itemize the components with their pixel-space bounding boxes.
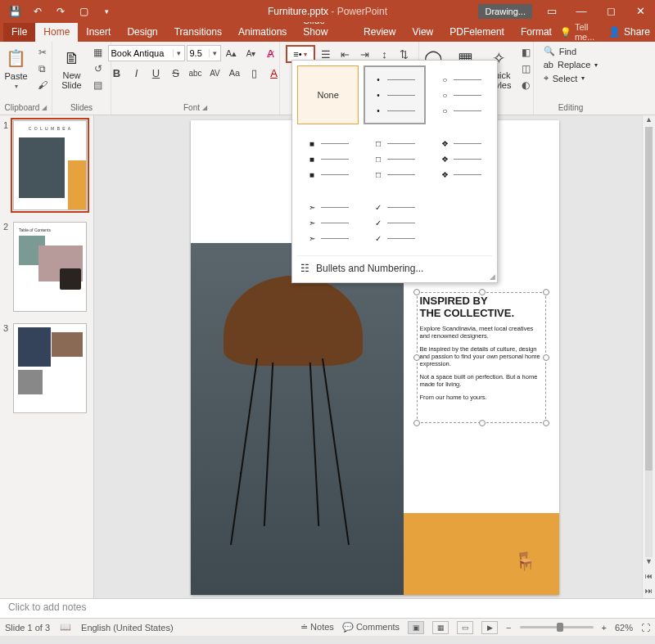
menu-resize-grip-icon[interactable]: ◢ <box>490 272 495 281</box>
language-indicator[interactable]: English (United States) <box>81 623 174 633</box>
scroll-thumb[interactable] <box>645 127 653 471</box>
fit-to-window-button[interactable]: ⛶ <box>641 623 650 633</box>
normal-view-button[interactable]: ▣ <box>408 621 424 634</box>
slide-indicator[interactable]: Slide 1 of 3 <box>5 623 50 633</box>
highlight-button[interactable]: ▯ <box>246 65 264 81</box>
tab-insert[interactable]: Insert <box>78 23 119 42</box>
sorter-view-button[interactable]: ▦ <box>432 621 449 634</box>
vertical-scrollbar[interactable]: ▲ ▼ ⏮ ⏭ <box>642 115 655 598</box>
redo-icon[interactable]: ↷ <box>51 2 70 20</box>
font-size-combo[interactable]: ▾ <box>187 45 221 61</box>
bullets-and-numbering-item[interactable]: ☷ Bullets and Numbering... <box>297 255 492 277</box>
select-button[interactable]: ⌖Select▾ <box>542 72 587 84</box>
resize-handle[interactable] <box>413 289 420 295</box>
bullet-option-square[interactable]: ■■■ <box>297 129 359 188</box>
bullet-option-check[interactable]: ✓✓✓ <box>364 193 425 252</box>
comments-toggle[interactable]: 💬 Comments <box>342 622 400 633</box>
reading-view-button[interactable]: ▭ <box>457 621 473 634</box>
decrease-font-icon[interactable]: A▾ <box>242 45 260 61</box>
slide-thumbnail-2[interactable]: Table of Contents <box>13 222 87 312</box>
tab-view[interactable]: View <box>404 23 441 42</box>
copy-icon[interactable]: ⧉ <box>34 61 51 76</box>
tell-me[interactable]: 💡Tell me... <box>560 22 600 42</box>
notes-pane[interactable]: Click to add notes <box>0 598 655 618</box>
start-from-beginning-icon[interactable]: ▢ <box>74 2 93 20</box>
chevron-down-icon[interactable]: ▾ <box>209 49 220 57</box>
character-spacing-button[interactable]: AV <box>206 65 224 81</box>
tab-format[interactable]: Format <box>513 23 560 42</box>
text-shadow-button[interactable]: abc <box>187 65 205 81</box>
ribbon-options-icon[interactable]: ▭ <box>537 0 567 22</box>
close-icon[interactable]: ✕ <box>626 0 655 22</box>
bullet-option-arrow[interactable]: ➣➣➣ <box>297 193 359 252</box>
zoom-slider[interactable] <box>520 626 594 628</box>
shape-fill-icon[interactable]: ◧ <box>517 45 534 60</box>
shape-effects-icon[interactable]: ◐ <box>517 78 534 92</box>
minimize-icon[interactable]: — <box>567 0 596 22</box>
contextual-tab-label[interactable]: Drawing... <box>478 4 532 19</box>
italic-button[interactable]: I <box>128 65 146 81</box>
bullet-option-diamond[interactable]: ❖❖❖ <box>431 129 492 188</box>
maximize-icon[interactable]: ◻ <box>596 0 626 22</box>
next-slide-icon[interactable]: ⏭ <box>643 587 655 598</box>
zoom-slider-thumb[interactable] <box>557 623 563 632</box>
cut-icon[interactable]: ✂ <box>34 45 51 60</box>
zoom-in-button[interactable]: + <box>602 623 607 633</box>
chevron-down-icon[interactable]: ▾ <box>173 49 184 57</box>
clear-formatting-icon[interactable]: A̷ <box>262 45 280 61</box>
tab-home[interactable]: Home <box>35 23 78 42</box>
scroll-down-icon[interactable]: ▼ <box>643 557 655 569</box>
strikethrough-button[interactable]: S <box>167 65 185 81</box>
content-textbox[interactable]: INSPIRED BY THE COLLECTIVE. Explore Scan… <box>420 295 543 406</box>
slide-thumbnail-1[interactable]: C O L U M B E A <box>13 120 87 210</box>
layout-icon[interactable]: ▦ <box>90 45 106 60</box>
share-icon: 👤 <box>608 26 621 38</box>
qat-customize-icon[interactable]: ▾ <box>97 2 116 20</box>
change-case-button[interactable]: Aa <box>226 65 244 81</box>
share-button[interactable]: 👤Share <box>608 26 650 38</box>
dialog-launcher-icon[interactable]: ◢ <box>42 104 47 111</box>
resize-handle[interactable] <box>543 420 549 426</box>
thumb-number: 1 <box>3 120 10 210</box>
zoom-out-button[interactable]: − <box>506 623 511 633</box>
zoom-level[interactable]: 62% <box>615 623 633 633</box>
find-button[interactable]: 🔍Find <box>542 45 578 57</box>
shape-outline-icon[interactable]: ◫ <box>517 61 534 76</box>
bullet-option-hollow-square[interactable]: □□□ <box>364 129 425 188</box>
undo-icon[interactable]: ↶ <box>28 2 47 20</box>
tab-transitions[interactable]: Transitions <box>166 23 230 42</box>
resize-handle[interactable] <box>543 354 549 361</box>
prev-slide-icon[interactable]: ⏮ <box>643 572 655 583</box>
tab-file[interactable]: File <box>3 23 35 42</box>
resize-handle[interactable] <box>413 420 420 426</box>
section-icon[interactable]: ▤ <box>90 78 106 92</box>
dialog-launcher-icon[interactable]: ◢ <box>202 104 207 111</box>
resize-handle[interactable] <box>543 289 549 295</box>
tab-pdfelement[interactable]: PDFelement <box>441 23 513 42</box>
spellcheck-icon[interactable]: 📖 <box>60 622 71 633</box>
bold-button[interactable]: B <box>108 65 126 81</box>
slideshow-view-button[interactable]: ▶ <box>481 621 498 634</box>
resize-handle[interactable] <box>479 420 486 426</box>
scroll-up-icon[interactable]: ▲ <box>643 115 655 127</box>
font-name-combo[interactable]: ▾ <box>108 45 185 61</box>
save-icon[interactable]: 💾 <box>5 2 25 20</box>
bullet-option-disc[interactable]: ••• <box>364 65 425 124</box>
paste-button[interactable]: 📋 Paste ▾ <box>1 45 30 92</box>
replace-button[interactable]: abReplace▾ <box>542 59 600 70</box>
format-painter-icon[interactable]: 🖌 <box>34 78 51 92</box>
reset-icon[interactable]: ↺ <box>90 61 106 76</box>
bullet-option-none[interactable]: None <box>297 65 359 124</box>
font-name-input[interactable] <box>109 48 173 58</box>
tab-review[interactable]: Review <box>355 23 404 42</box>
bullet-option-circle[interactable]: ○○○ <box>431 65 492 124</box>
new-slide-button[interactable]: 🗎 New Slide <box>57 45 87 92</box>
underline-button[interactable]: U <box>147 65 165 81</box>
font-size-input[interactable] <box>187 48 209 58</box>
notes-toggle[interactable]: ≐ Notes <box>300 622 334 633</box>
slide-thumbnail-3[interactable] <box>13 323 87 413</box>
tab-design[interactable]: Design <box>119 23 165 42</box>
resize-handle[interactable] <box>413 354 420 361</box>
tab-animations[interactable]: Animations <box>230 23 295 42</box>
increase-font-icon[interactable]: A▴ <box>223 45 241 61</box>
